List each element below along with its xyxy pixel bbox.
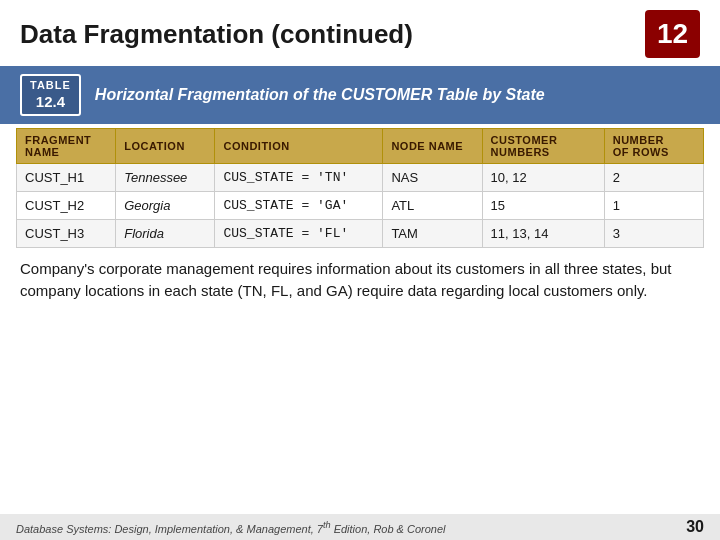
chapter-badge: 12 xyxy=(645,10,700,58)
cell-node_name: TAM xyxy=(383,219,482,247)
cell-number_of_rows: 3 xyxy=(604,219,703,247)
data-table: FRAGMENTNAME LOCATION CONDITION NODE NAM… xyxy=(16,128,704,248)
table-banner: TABLE 12.4 Horizontal Fragmentation of t… xyxy=(0,66,720,124)
cell-location: Florida xyxy=(116,219,215,247)
cell-fragment_name: CUST_H1 xyxy=(17,163,116,191)
table-num: 12.4 xyxy=(30,92,71,112)
cell-fragment_name: CUST_H3 xyxy=(17,219,116,247)
cell-customer_numbers: 15 xyxy=(482,191,604,219)
page-title: Data Fragmentation (continued) xyxy=(20,19,413,50)
cell-node_name: ATL xyxy=(383,191,482,219)
col-customer-numbers: CUSTOMERNUMBERS xyxy=(482,128,604,163)
cell-fragment_name: CUST_H2 xyxy=(17,191,116,219)
table-header-row: FRAGMENTNAME LOCATION CONDITION NODE NAM… xyxy=(17,128,704,163)
footer-page-number: 30 xyxy=(686,518,704,536)
table-head: FRAGMENTNAME LOCATION CONDITION NODE NAM… xyxy=(17,128,704,163)
cell-condition: CUS_STATE = 'GA' xyxy=(215,191,383,219)
footer-citation: Database Systems: Design, Implementation… xyxy=(16,520,446,535)
col-condition: CONDITION xyxy=(215,128,383,163)
table-row: CUST_H2GeorgiaCUS_STATE = 'GA'ATL151 xyxy=(17,191,704,219)
table-row: CUST_H1TennesseeCUS_STATE = 'TN'NAS10, 1… xyxy=(17,163,704,191)
cell-number_of_rows: 2 xyxy=(604,163,703,191)
table-row: CUST_H3FloridaCUS_STATE = 'FL'TAM11, 13,… xyxy=(17,219,704,247)
cell-location: Tennessee xyxy=(116,163,215,191)
footer: Database Systems: Design, Implementation… xyxy=(0,514,720,540)
table-word: TABLE xyxy=(30,78,71,92)
cell-location: Georgia xyxy=(116,191,215,219)
cell-condition: CUS_STATE = 'TN' xyxy=(215,163,383,191)
cell-node_name: NAS xyxy=(383,163,482,191)
header: Data Fragmentation (continued) 12 xyxy=(0,0,720,66)
table-label-box: TABLE 12.4 xyxy=(20,74,81,116)
col-number-of-rows: NUMBEROF ROWS xyxy=(604,128,703,163)
table-banner-subtitle: Horizontal Fragmentation of the CUSTOMER… xyxy=(95,86,545,104)
cell-customer_numbers: 11, 13, 14 xyxy=(482,219,604,247)
col-location: LOCATION xyxy=(116,128,215,163)
table-body: CUST_H1TennesseeCUS_STATE = 'TN'NAS10, 1… xyxy=(17,163,704,247)
cell-condition: CUS_STATE = 'FL' xyxy=(215,219,383,247)
description: Company's corporate management requires … xyxy=(0,248,720,309)
col-node-name: NODE NAME xyxy=(383,128,482,163)
page-container: Data Fragmentation (continued) 12 TABLE … xyxy=(0,0,720,540)
cell-number_of_rows: 1 xyxy=(604,191,703,219)
cell-customer_numbers: 10, 12 xyxy=(482,163,604,191)
col-fragment-name: FRAGMENTNAME xyxy=(17,128,116,163)
main-table-wrapper: FRAGMENTNAME LOCATION CONDITION NODE NAM… xyxy=(0,124,720,248)
